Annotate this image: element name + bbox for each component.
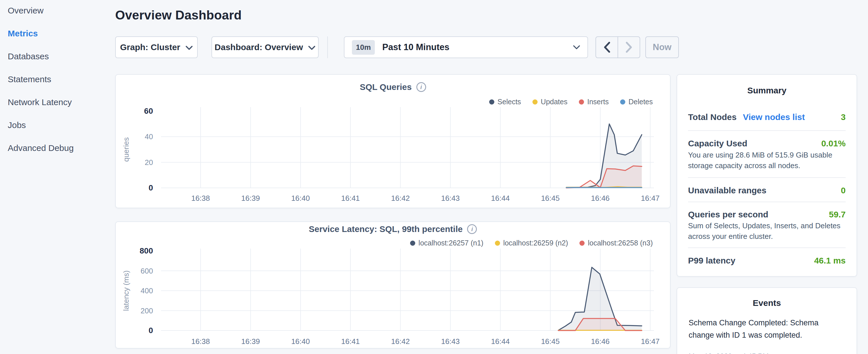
summary-row-queries-per-second: Queries per second 59.7 — [688, 208, 846, 221]
y-tick-label: 600 — [141, 267, 153, 275]
dashboard-dropdown-label: Dashboard: Overview — [215, 42, 303, 52]
time-range-label: Past 10 Minutes — [382, 42, 573, 53]
summary-row-p99-latency: P99 latency 46.1 ms — [688, 254, 846, 267]
chevron-down-icon — [308, 45, 315, 50]
y-tick-label: 0 — [149, 326, 153, 335]
y-tick-label: 200 — [141, 307, 153, 315]
summary-label: Unavailable ranges — [688, 186, 766, 195]
sidebar-item-jobs[interactable]: Jobs — [8, 117, 26, 133]
summary-label: P99 latency — [688, 256, 735, 265]
page-title: Overview Dashboard — [115, 8, 242, 22]
summary-row-capacity-used: Capacity Used 0.01% — [688, 137, 846, 150]
summary-value: 0 — [841, 186, 846, 195]
x-tick-label: 16:46 — [591, 194, 610, 202]
x-tick-label: 16:38 — [191, 194, 210, 202]
time-range-badge: 10m — [352, 40, 375, 55]
sidebar-item-advanced-debug[interactable]: Advanced Debug — [8, 140, 74, 156]
divider — [688, 202, 846, 202]
graph-scope-dropdown[interactable]: Graph: Cluster — [115, 36, 198, 58]
x-tick-label: 16:42 — [391, 194, 410, 202]
x-tick-label: 16:39 — [241, 337, 260, 346]
divider — [688, 177, 846, 178]
x-tick-label: 16:44 — [491, 337, 510, 346]
now-button[interactable]: Now — [645, 36, 679, 58]
controls-divider — [327, 36, 328, 58]
sql-queries-plot[interactable]: 16:3816:3916:4016:4116:4216:4316:4416:45… — [116, 75, 671, 209]
sidebar-item-statements[interactable]: Statements — [8, 71, 51, 88]
x-tick-label: 16:46 — [591, 337, 610, 346]
summary-label: Queries per second — [688, 210, 768, 219]
y-axis-label: latency (ms) — [122, 270, 130, 311]
x-tick-label: 16:44 — [491, 194, 510, 202]
x-tick-label: 16:43 — [441, 194, 460, 202]
sql-queries-chart-card: SQL Queries i SelectsUpdatesInsertsDelet… — [115, 74, 671, 208]
time-nav-group — [595, 36, 640, 58]
summary-label: Total Nodes — [688, 112, 737, 122]
chevron-left-icon — [604, 42, 610, 53]
sidebar-item-network-latency[interactable]: Network Latency — [8, 94, 72, 110]
time-next-button[interactable] — [618, 36, 640, 58]
summary-value: 59.7 — [829, 210, 846, 219]
graph-scope-dropdown-label: Graph: Cluster — [120, 42, 180, 52]
x-tick-label: 16:40 — [291, 194, 310, 202]
time-prev-button[interactable] — [595, 36, 618, 58]
y-tick-label: 40 — [145, 132, 153, 141]
sidebar-item-metrics[interactable]: Metrics — [8, 25, 38, 42]
y-tick-label: 60 — [144, 106, 153, 116]
y-tick-label: 800 — [140, 246, 153, 255]
x-tick-label: 16:47 — [641, 337, 660, 346]
summary-value: 46.1 ms — [814, 256, 846, 265]
y-tick-label: 400 — [141, 286, 153, 295]
y-tick-label: 0 — [149, 183, 153, 192]
y-axis-label: queries — [122, 137, 130, 162]
dashboard-dropdown[interactable]: Dashboard: Overview — [212, 36, 319, 58]
x-tick-label: 16:43 — [441, 337, 460, 346]
view-nodes-list-link[interactable]: View nodes list — [743, 112, 805, 122]
divider — [688, 130, 846, 131]
db-console-metrics-page: OverviewMetricsDatabasesStatementsNetwor… — [0, 0, 868, 354]
event-timestamp: May 13, 2020 at 4:45 PM — [689, 352, 769, 354]
summary-label: Capacity Used — [688, 139, 747, 148]
sidebar-item-overview[interactable]: Overview — [8, 2, 43, 19]
x-tick-label: 16:41 — [341, 337, 360, 346]
x-tick-label: 16:38 — [191, 337, 210, 346]
now-button-label: Now — [653, 42, 672, 53]
summary-panel-title: Summary — [677, 86, 857, 95]
sidebar-item-databases[interactable]: Databases — [8, 48, 49, 65]
event-item[interactable]: Schema Change Completed: Schema change w… — [689, 317, 832, 342]
x-tick-label: 16:47 — [641, 194, 660, 202]
events-panel-title: Events — [677, 298, 857, 308]
events-panel: Events Schema Change Completed: Schema c… — [677, 287, 857, 354]
x-tick-label: 16:45 — [541, 337, 560, 346]
x-tick-label: 16:40 — [291, 337, 310, 346]
chevron-down-icon — [573, 45, 580, 50]
x-tick-label: 16:39 — [241, 194, 260, 202]
summary-description: Sum of Selects, Updates, Inserts, and De… — [688, 221, 848, 242]
chevron-right-icon — [626, 42, 632, 53]
chevron-down-icon — [185, 45, 193, 50]
service-latency-plot[interactable]: 16:3816:3916:4016:4116:4216:4316:4416:45… — [116, 222, 671, 349]
service-latency-chart-card: Service Latency: SQL, 99th percentile i … — [115, 221, 671, 349]
x-tick-label: 16:41 — [341, 194, 360, 202]
time-range-dropdown[interactable]: 10m Past 10 Minutes — [344, 36, 588, 58]
x-tick-label: 16:45 — [541, 194, 560, 202]
summary-panel: Summary Total Nodes View nodes list 3 Ca… — [677, 74, 857, 277]
x-tick-label: 16:42 — [391, 337, 410, 346]
summary-value: 0.01% — [821, 139, 846, 148]
summary-row-total-nodes: Total Nodes View nodes list 3 — [688, 111, 846, 123]
y-tick-label: 20 — [145, 158, 153, 167]
divider — [688, 248, 846, 248]
summary-value: 3 — [841, 112, 846, 122]
summary-description: You are using 28.6 MiB of 515.9 GiB usab… — [688, 150, 848, 171]
summary-row-unavailable-ranges: Unavailable ranges 0 — [688, 184, 846, 197]
